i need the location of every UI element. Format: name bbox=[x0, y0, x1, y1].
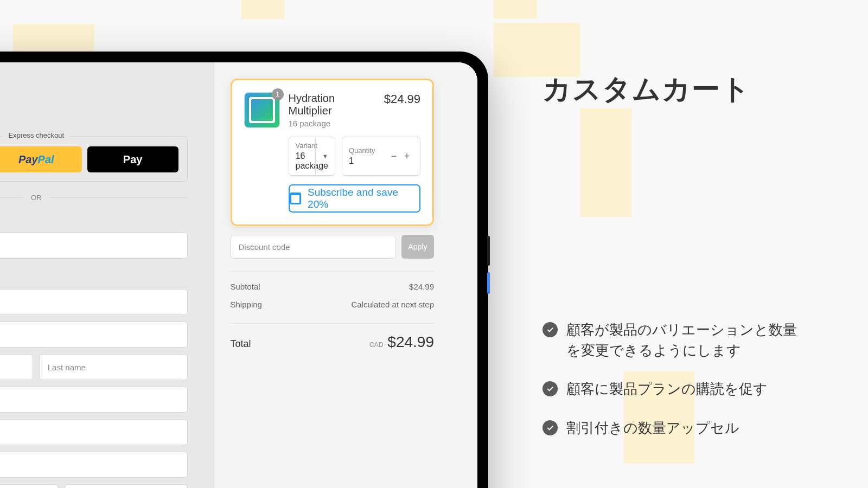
address-field-1[interactable] bbox=[0, 289, 188, 315]
address-field[interactable] bbox=[0, 387, 188, 413]
postal-code-field[interactable]: Postal code bbox=[65, 484, 188, 488]
apt-field[interactable]: (optional) bbox=[0, 419, 188, 445]
check-icon bbox=[542, 322, 558, 337]
cart-item-card: 1 Hydration Multiplier 16 package $24.99… bbox=[231, 79, 434, 226]
quantity-decrease-button[interactable]: − bbox=[387, 150, 400, 163]
check-icon bbox=[542, 381, 558, 396]
decoration bbox=[494, 23, 580, 77]
consent-text: on news and exclusive offers bbox=[0, 265, 188, 274]
paypal-button[interactable]: PayPal bbox=[0, 146, 82, 172]
volume-button bbox=[487, 272, 490, 294]
address-field-2[interactable] bbox=[0, 322, 188, 348]
page-title: カスタムカート bbox=[542, 70, 803, 108]
express-checkout-section: Express checkout PayPal Pay bbox=[0, 136, 188, 182]
marketing-content: カスタムカート 顧客が製品のバリエーションと数量を変更できるようにします 顧客に… bbox=[542, 70, 803, 457]
last-name-field[interactable]: Last name bbox=[40, 354, 188, 380]
chevron-down-icon: ▼ bbox=[315, 137, 328, 175]
check-icon bbox=[542, 420, 558, 435]
decoration bbox=[241, 0, 285, 19]
calendar-icon bbox=[290, 192, 302, 204]
volume-button bbox=[487, 236, 490, 266]
checkout-form: Shipping › Payment Express checkout PayP… bbox=[0, 62, 214, 488]
apple-pay-button[interactable]: Pay bbox=[87, 146, 178, 172]
feature-item: 顧客に製品プランの購読を促す bbox=[542, 379, 803, 400]
shipping-row: Shipping Calculated at next step bbox=[231, 300, 434, 309]
city-field[interactable] bbox=[0, 452, 188, 478]
email-field[interactable] bbox=[0, 233, 188, 259]
decoration bbox=[494, 0, 537, 19]
apply-button[interactable]: Apply bbox=[401, 235, 434, 259]
first-name-field[interactable] bbox=[0, 354, 33, 380]
subscribe-button[interactable]: Subscribe and save 20% bbox=[289, 184, 420, 213]
quantity-badge: 1 bbox=[272, 88, 284, 100]
quantity-stepper: Quantity 1 − + bbox=[342, 137, 420, 176]
express-label: Express checkout bbox=[3, 131, 69, 139]
product-variant: 16 package bbox=[289, 119, 375, 128]
contact-section-title: on bbox=[0, 214, 188, 225]
product-price: $24.99 bbox=[384, 92, 420, 106]
tablet-screen: Shipping › Payment Express checkout PayP… bbox=[0, 62, 477, 488]
quantity-increase-button[interactable]: + bbox=[400, 150, 413, 163]
cart-summary: 1 Hydration Multiplier 16 package $24.99… bbox=[214, 62, 477, 488]
tablet-frame: Shipping › Payment Express checkout PayP… bbox=[0, 52, 488, 488]
breadcrumb: Shipping › Payment bbox=[0, 117, 188, 125]
product-name: Hydration Multiplier bbox=[289, 92, 375, 117]
feature-item: 顧客が製品のバリエーションと数量を変更できるようにします bbox=[542, 320, 803, 361]
discount-code-input[interactable]: Discount code bbox=[231, 235, 396, 259]
variant-select[interactable]: Variant 16 package ▼ bbox=[289, 137, 335, 176]
total-row: Total CAD $24.99 bbox=[231, 323, 434, 351]
or-divider: OR bbox=[0, 194, 188, 202]
province-select[interactable]: Province Alberta ▼ bbox=[0, 484, 58, 488]
subtotal-row: Subtotal $24.99 bbox=[231, 272, 434, 291]
product-thumbnail: 1 bbox=[244, 92, 280, 128]
feature-item: 割引付きの数量アップセル bbox=[542, 418, 803, 439]
